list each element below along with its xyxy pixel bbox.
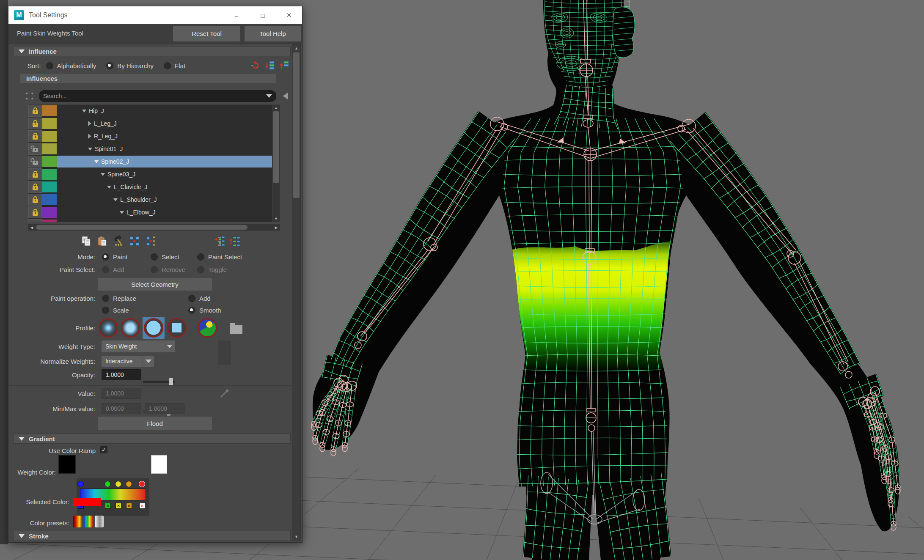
lock-toggle[interactable]: [28, 194, 42, 206]
ramp-stop-green[interactable]: [105, 503, 111, 509]
ramp-stop-red-selected[interactable]: [139, 503, 145, 509]
lock-toggle[interactable]: [28, 181, 42, 193]
move-weights-icon[interactable]: [129, 236, 140, 247]
ramp-handle-blue[interactable]: [77, 481, 84, 487]
preset-red-yellow[interactable]: [73, 516, 82, 527]
sort-flat-radio[interactable]: Flat: [164, 62, 185, 69]
mode-paint-select-radio[interactable]: Paint Select: [197, 253, 242, 261]
influence-list[interactable]: Hip_J L_Leg_J R_Leg_J Spine01_J Spine02_…: [28, 104, 280, 222]
weight-color-black-swatch[interactable]: [58, 455, 76, 474]
lock-toggle[interactable]: [28, 219, 42, 222]
paint-op-add-radio[interactable]: Add: [188, 295, 211, 302]
ramp-handle-orange[interactable]: [126, 481, 132, 487]
chevron-down-icon[interactable]: [266, 94, 272, 98]
sort-by-hierarchy-radio[interactable]: By Hierarchy: [106, 62, 154, 69]
expand-arrow-icon[interactable]: [88, 121, 91, 126]
expand-arrow-icon[interactable]: [101, 173, 105, 176]
scroll-left-icon[interactable]: ◀: [28, 224, 35, 231]
brush-gaussian-icon[interactable]: [99, 318, 118, 338]
paint-op-scale-radio[interactable]: Scale: [102, 307, 188, 314]
preset-rainbow[interactable]: [84, 516, 93, 527]
ramp-handle-green[interactable]: [104, 481, 111, 487]
scrollbar-thumb[interactable]: [273, 111, 279, 183]
lock-toggle[interactable]: [28, 143, 42, 155]
scrollbar-thumb[interactable]: [36, 225, 248, 230]
ramp-handle-red-selected[interactable]: [139, 481, 145, 487]
brush-soft-icon[interactable]: [121, 318, 140, 338]
paste-icon[interactable]: [97, 236, 108, 247]
joint-color-swatch: [42, 194, 57, 206]
gradient-section-header[interactable]: Gradient: [13, 434, 291, 444]
flood-button[interactable]: Flood: [98, 417, 212, 430]
stroke-section-header[interactable]: Stroke: [13, 531, 291, 541]
expand-arrow-icon[interactable]: [120, 211, 124, 214]
select-geometry-button[interactable]: Select Geometry: [98, 278, 212, 291]
lock-toggle[interactable]: [28, 118, 42, 129]
mode-paint-radio[interactable]: Paint: [102, 253, 151, 261]
scroll-down-icon[interactable]: ▼: [292, 534, 300, 540]
joint-color-swatch: [42, 168, 57, 180]
close-button[interactable]: ✕: [276, 6, 302, 24]
lock-toggle[interactable]: [28, 206, 42, 218]
sort-list-down-icon[interactable]: [264, 60, 275, 71]
list-transfer-up-icon[interactable]: [229, 236, 240, 247]
expand-arrow-icon[interactable]: [82, 110, 86, 113]
expand-arrow-icon[interactable]: [107, 186, 111, 189]
copy-icon[interactable]: [81, 236, 92, 247]
maximize-button[interactable]: □: [250, 6, 276, 24]
tool-help-button[interactable]: Tool Help: [245, 26, 301, 41]
weight-hammer-icon[interactable]: [113, 236, 124, 247]
paint-op-smooth-radio[interactable]: Smooth: [188, 307, 221, 314]
scroll-down-icon[interactable]: ▼: [272, 216, 280, 222]
weight-color-white-swatch[interactable]: [151, 455, 167, 474]
marquee-icon[interactable]: [25, 92, 34, 100]
paint-op-replace-radio[interactable]: Replace: [102, 295, 188, 302]
window-titlebar[interactable]: M Tool Settings – □ ✕: [8, 6, 302, 24]
search-input[interactable]: Search...: [39, 90, 276, 102]
lock-toggle[interactable]: [28, 105, 42, 117]
list-vertical-scrollbar[interactable]: ▲ ▼: [272, 105, 280, 222]
expand-arrow-icon[interactable]: [94, 160, 99, 163]
scroll-right-icon[interactable]: ▶: [273, 224, 280, 231]
paint-operation-row2: Scale Smooth: [102, 305, 221, 315]
sort-list-up-icon[interactable]: [279, 60, 290, 71]
panel-vertical-scrollbar[interactable]: ▲ ▼: [292, 44, 301, 541]
weight-type-dropdown[interactable]: Skin Weight: [102, 340, 175, 352]
lock-toggle[interactable]: [28, 156, 42, 167]
scroll-up-icon[interactable]: ▲: [292, 45, 300, 51]
brush-solid-icon[interactable]: [144, 318, 163, 338]
refresh-icon[interactable]: [250, 60, 261, 71]
reset-tool-button[interactable]: Reset Tool: [173, 26, 240, 41]
ramp-stop-orange[interactable]: [126, 503, 132, 509]
expand-arrow-icon[interactable]: [88, 148, 92, 151]
slider-handle[interactable]: [169, 378, 173, 386]
normalize-weights-dropdown[interactable]: Interactive: [102, 356, 154, 367]
pin-icon[interactable]: [281, 92, 290, 100]
list-horizontal-scrollbar[interactable]: ◀ ▶: [28, 224, 280, 231]
preset-grayscale[interactable]: [95, 516, 104, 527]
scrollbar-thumb[interactable]: [293, 52, 300, 198]
folder-icon[interactable]: [230, 325, 242, 334]
mode-select-radio[interactable]: Select: [151, 253, 197, 261]
minimize-button[interactable]: –: [223, 6, 250, 24]
color-ramp-widget[interactable]: [77, 478, 149, 516]
expand-arrow-icon[interactable]: [113, 198, 118, 201]
paint-select-add-radio[interactable]: Add: [102, 266, 151, 273]
selected-color-swatch[interactable]: [73, 498, 101, 506]
list-transfer-down-icon[interactable]: [214, 236, 225, 247]
opacity-field[interactable]: 1.0000: [102, 369, 141, 380]
paint-select-toggle-radio[interactable]: Toggle: [197, 266, 227, 273]
brush-square-icon[interactable]: [167, 318, 187, 338]
lock-toggle[interactable]: [28, 130, 42, 142]
paint-select-remove-radio[interactable]: Remove: [151, 266, 197, 273]
sort-alphabetically-radio[interactable]: Alphabetically: [46, 62, 96, 69]
ramp-handle-yellow[interactable]: [115, 481, 121, 487]
use-color-ramp-checkbox[interactable]: [100, 446, 107, 453]
influence-section-header[interactable]: Influence: [13, 46, 291, 56]
move-weights-back-icon[interactable]: [145, 236, 156, 247]
expand-arrow-icon[interactable]: [88, 134, 91, 139]
brush-image-icon[interactable]: [198, 318, 217, 338]
ramp-stop-yellow[interactable]: [116, 503, 121, 509]
lock-toggle[interactable]: [28, 168, 42, 180]
scroll-up-icon[interactable]: ▲: [272, 105, 280, 111]
